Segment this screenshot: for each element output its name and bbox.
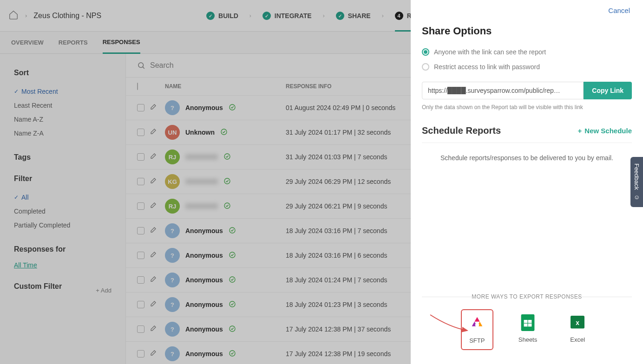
export-excel[interactable]: x Excel	[562, 309, 593, 350]
cancel-button[interactable]: Cancel	[608, 6, 630, 14]
share-options-panel: Cancel Share Options Anyone with the lin…	[411, 0, 643, 364]
radio-restrict[interactable]: Restrict access to link with password	[422, 63, 632, 71]
panel-title: Share Options	[422, 25, 632, 37]
schedule-heading: Schedule Reports	[422, 125, 501, 136]
svg-text:x: x	[576, 319, 579, 326]
export-sheets[interactable]: Sheets	[512, 309, 544, 350]
schedule-note: Schedule reports/responses to be deliver…	[422, 143, 632, 173]
feedback-tab[interactable]: Feedback	[630, 157, 643, 207]
share-note: Only the data shown on the Report tab wi…	[422, 104, 632, 110]
share-url-input[interactable]	[422, 82, 584, 99]
copy-link-button[interactable]: Copy Link	[584, 82, 632, 99]
more-ways-label: MORE WAYS TO EXPORT RESPONSES	[422, 293, 632, 300]
radio-anyone[interactable]: Anyone with the link can see the report	[422, 48, 632, 56]
svg-point-14	[475, 323, 479, 327]
export-sftp[interactable]: SFTP	[461, 309, 493, 350]
new-schedule-button[interactable]: + New Schedule	[578, 127, 632, 135]
